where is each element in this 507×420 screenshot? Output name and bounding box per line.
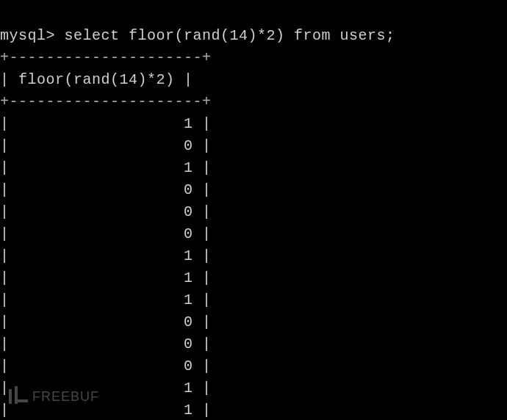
table-row: | 1 | [0, 247, 212, 264]
table-row: | 1 | [0, 269, 212, 286]
sql-query: select floor(rand(14)*2) from users; [65, 27, 395, 44]
table-row: | 0 | [0, 358, 212, 374]
mysql-prompt: mysql> [0, 27, 55, 44]
table-row: | 0 | [0, 137, 212, 154]
table-row: | 1 | [0, 115, 212, 132]
table-row: | 0 | [0, 181, 212, 198]
table-row: | 0 | [0, 203, 212, 220]
mysql-prompt-line: mysql> select floor(rand(14)*2) from use… [0, 27, 395, 44]
table-row: | 0 | [0, 336, 212, 352]
table-row: | 0 | [0, 314, 212, 330]
table-border-top: +---------------------+ [0, 49, 212, 66]
table-row: | 1 | [0, 159, 212, 176]
table-row: | 1 | [0, 402, 212, 419]
table-header-row: | floor(rand(14)*2) | [0, 71, 193, 88]
table-row: | 1 | [0, 292, 212, 308]
terminal-output: mysql> select floor(rand(14)*2) from use… [0, 3, 507, 420]
table-row: | 0 | [0, 225, 212, 242]
table-border-mid: +---------------------+ [0, 93, 212, 110]
table-row: | 1 | [0, 380, 212, 397]
